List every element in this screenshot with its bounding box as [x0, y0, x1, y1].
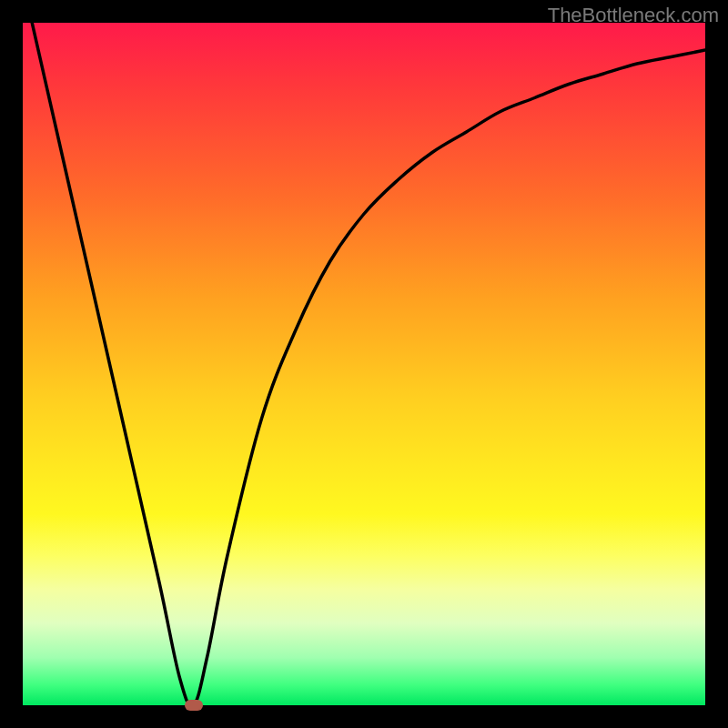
bottleneck-curve: [23, 23, 705, 705]
plot-area: [23, 23, 705, 705]
minimum-marker: [185, 700, 203, 711]
chart-container: TheBottleneck.com: [0, 0, 728, 728]
